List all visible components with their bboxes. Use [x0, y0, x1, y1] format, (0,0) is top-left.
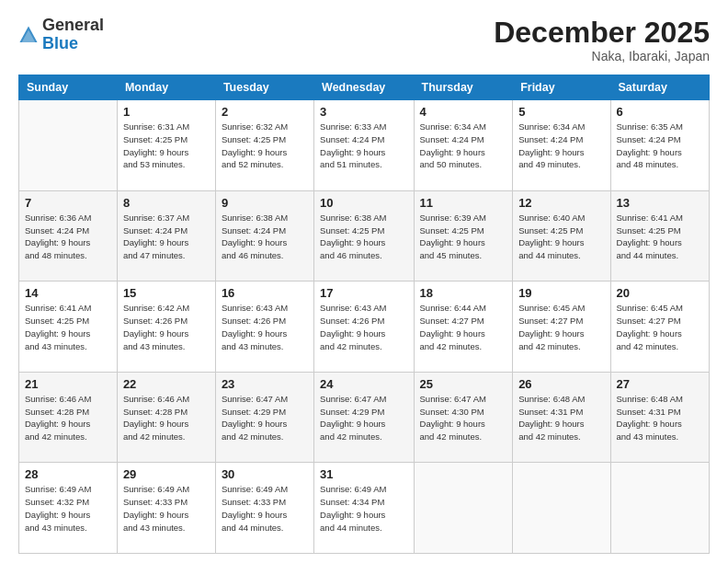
day-info: Sunrise: 6:40 AM Sunset: 4:25 PM Dayligh… [518, 212, 604, 262]
day-number: 8 [123, 196, 210, 210]
day-info: Sunrise: 6:47 AM Sunset: 4:29 PM Dayligh… [320, 393, 407, 443]
page: General Blue December 2025 Naka, Ibaraki… [0, 0, 728, 563]
day-info: Sunrise: 6:37 AM Sunset: 4:24 PM Dayligh… [123, 212, 210, 262]
day-number: 24 [320, 377, 407, 391]
day-info: Sunrise: 6:41 AM Sunset: 4:25 PM Dayligh… [25, 302, 111, 352]
table-row: 15Sunrise: 6:42 AM Sunset: 4:26 PM Dayli… [117, 282, 215, 373]
table-row: 28Sunrise: 6:49 AM Sunset: 4:32 PM Dayli… [19, 463, 118, 554]
day-info: Sunrise: 6:34 AM Sunset: 4:24 PM Dayligh… [518, 121, 604, 171]
day-info: Sunrise: 6:47 AM Sunset: 4:30 PM Dayligh… [420, 393, 507, 443]
day-number: 10 [320, 196, 407, 210]
calendar-header-row: Sunday Monday Tuesday Wednesday Thursday… [19, 75, 710, 100]
table-row: 14Sunrise: 6:41 AM Sunset: 4:25 PM Dayli… [19, 282, 118, 373]
table-row: 8Sunrise: 6:37 AM Sunset: 4:24 PM Daylig… [117, 190, 215, 282]
logo-blue: Blue [42, 34, 78, 52]
day-info: Sunrise: 6:49 AM Sunset: 4:34 PM Dayligh… [320, 483, 407, 534]
day-number: 13 [617, 196, 703, 210]
table-row: 7Sunrise: 6:36 AM Sunset: 4:24 PM Daylig… [19, 190, 118, 282]
day-number: 29 [123, 467, 210, 481]
day-info: Sunrise: 6:32 AM Sunset: 4:25 PM Dayligh… [222, 121, 308, 171]
logo-text: General Blue [42, 17, 104, 53]
day-number: 12 [518, 196, 604, 210]
table-row: 9Sunrise: 6:38 AM Sunset: 4:24 PM Daylig… [215, 190, 313, 282]
day-info: Sunrise: 6:36 AM Sunset: 4:24 PM Dayligh… [25, 212, 111, 262]
calendar-week-4: 21Sunrise: 6:46 AM Sunset: 4:28 PM Dayli… [19, 372, 710, 463]
logo: General Blue [18, 17, 104, 53]
day-info: Sunrise: 6:46 AM Sunset: 4:28 PM Dayligh… [25, 393, 111, 443]
day-number: 2 [222, 105, 308, 119]
calendar-week-3: 14Sunrise: 6:41 AM Sunset: 4:25 PM Dayli… [19, 282, 710, 373]
title-block: December 2025 Naka, Ibaraki, Japan [494, 17, 710, 63]
calendar-week-1: 1Sunrise: 6:31 AM Sunset: 4:25 PM Daylig… [19, 100, 710, 191]
day-info: Sunrise: 6:38 AM Sunset: 4:24 PM Dayligh… [222, 212, 308, 262]
table-row: 19Sunrise: 6:45 AM Sunset: 4:27 PM Dayli… [513, 282, 610, 373]
table-row: 29Sunrise: 6:49 AM Sunset: 4:33 PM Dayli… [117, 463, 215, 554]
logo-icon [18, 25, 39, 45]
table-row: 22Sunrise: 6:46 AM Sunset: 4:28 PM Dayli… [117, 372, 215, 463]
table-row: 12Sunrise: 6:40 AM Sunset: 4:25 PM Dayli… [513, 190, 610, 282]
day-info: Sunrise: 6:47 AM Sunset: 4:29 PM Dayligh… [222, 393, 308, 443]
table-row: 24Sunrise: 6:47 AM Sunset: 4:29 PM Dayli… [314, 372, 414, 463]
day-info: Sunrise: 6:31 AM Sunset: 4:25 PM Dayligh… [123, 121, 210, 171]
day-info: Sunrise: 6:34 AM Sunset: 4:24 PM Dayligh… [420, 121, 507, 171]
col-friday: Friday [513, 75, 610, 100]
table-row: 11Sunrise: 6:39 AM Sunset: 4:25 PM Dayli… [414, 190, 513, 282]
table-row: 6Sunrise: 6:35 AM Sunset: 4:24 PM Daylig… [610, 100, 709, 191]
day-number: 6 [617, 105, 703, 119]
table-row: 23Sunrise: 6:47 AM Sunset: 4:29 PM Dayli… [215, 372, 313, 463]
day-info: Sunrise: 6:48 AM Sunset: 4:31 PM Dayligh… [617, 393, 703, 443]
day-number: 27 [617, 377, 703, 391]
day-number: 31 [320, 467, 407, 481]
day-number: 4 [420, 105, 507, 119]
day-number: 11 [420, 196, 507, 210]
table-row: 27Sunrise: 6:48 AM Sunset: 4:31 PM Dayli… [610, 372, 709, 463]
day-number: 14 [25, 286, 111, 300]
day-info: Sunrise: 6:42 AM Sunset: 4:26 PM Dayligh… [123, 302, 210, 352]
day-number: 9 [222, 196, 308, 210]
calendar-week-5: 28Sunrise: 6:49 AM Sunset: 4:32 PM Dayli… [19, 463, 710, 554]
table-row: 13Sunrise: 6:41 AM Sunset: 4:25 PM Dayli… [610, 190, 709, 282]
table-row: 2Sunrise: 6:32 AM Sunset: 4:25 PM Daylig… [215, 100, 313, 191]
day-number: 21 [25, 377, 111, 391]
day-info: Sunrise: 6:49 AM Sunset: 4:33 PM Dayligh… [222, 483, 308, 534]
day-info: Sunrise: 6:44 AM Sunset: 4:27 PM Dayligh… [420, 302, 507, 352]
day-info: Sunrise: 6:49 AM Sunset: 4:32 PM Dayligh… [25, 483, 111, 534]
table-row [414, 463, 513, 554]
day-number: 16 [222, 286, 308, 300]
col-sunday: Sunday [19, 75, 118, 100]
day-info: Sunrise: 6:38 AM Sunset: 4:25 PM Dayligh… [320, 212, 407, 262]
col-saturday: Saturday [610, 75, 709, 100]
day-number: 3 [320, 105, 407, 119]
col-tuesday: Tuesday [215, 75, 313, 100]
table-row: 17Sunrise: 6:43 AM Sunset: 4:26 PM Dayli… [314, 282, 414, 373]
day-number: 28 [25, 467, 111, 481]
day-info: Sunrise: 6:39 AM Sunset: 4:25 PM Dayligh… [420, 212, 507, 262]
day-info: Sunrise: 6:45 AM Sunset: 4:27 PM Dayligh… [617, 302, 703, 352]
col-monday: Monday [117, 75, 215, 100]
day-number: 17 [320, 286, 407, 300]
table-row [610, 463, 709, 554]
day-number: 5 [518, 105, 604, 119]
table-row [513, 463, 610, 554]
day-number: 30 [222, 467, 308, 481]
header: General Blue December 2025 Naka, Ibaraki… [18, 17, 710, 63]
day-info: Sunrise: 6:43 AM Sunset: 4:26 PM Dayligh… [222, 302, 308, 352]
day-number: 19 [518, 286, 604, 300]
table-row: 1Sunrise: 6:31 AM Sunset: 4:25 PM Daylig… [117, 100, 215, 191]
day-info: Sunrise: 6:46 AM Sunset: 4:28 PM Dayligh… [123, 393, 210, 443]
table-row: 5Sunrise: 6:34 AM Sunset: 4:24 PM Daylig… [513, 100, 610, 191]
day-number: 26 [518, 377, 604, 391]
table-row: 10Sunrise: 6:38 AM Sunset: 4:25 PM Dayli… [314, 190, 414, 282]
day-number: 25 [420, 377, 507, 391]
location: Naka, Ibaraki, Japan [494, 49, 710, 63]
day-info: Sunrise: 6:41 AM Sunset: 4:25 PM Dayligh… [617, 212, 703, 262]
table-row: 31Sunrise: 6:49 AM Sunset: 4:34 PM Dayli… [314, 463, 414, 554]
day-info: Sunrise: 6:45 AM Sunset: 4:27 PM Dayligh… [518, 302, 604, 352]
day-number: 7 [25, 196, 111, 210]
day-info: Sunrise: 6:43 AM Sunset: 4:26 PM Dayligh… [320, 302, 407, 352]
calendar-week-2: 7Sunrise: 6:36 AM Sunset: 4:24 PM Daylig… [19, 190, 710, 282]
logo-general: General [42, 16, 104, 34]
table-row: 4Sunrise: 6:34 AM Sunset: 4:24 PM Daylig… [414, 100, 513, 191]
day-number: 1 [123, 105, 210, 119]
day-number: 22 [123, 377, 210, 391]
